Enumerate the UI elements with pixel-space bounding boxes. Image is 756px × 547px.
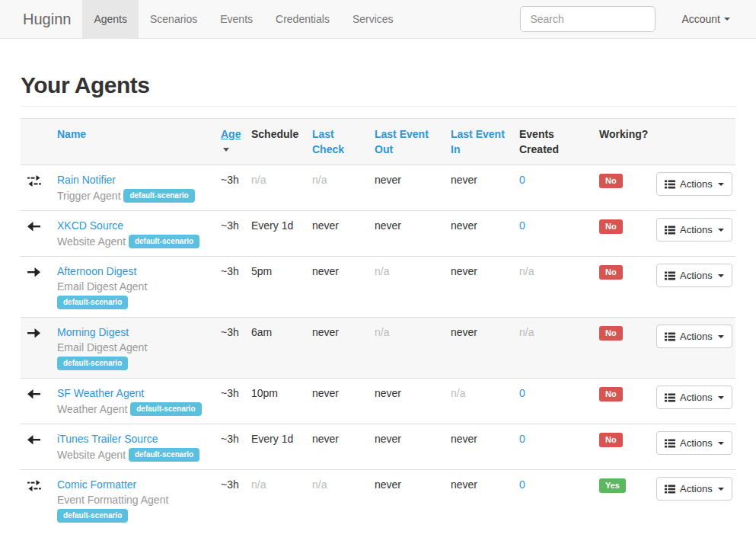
working-status-badge: No (599, 174, 623, 188)
bidirectional-arrows-icon (27, 175, 42, 187)
actions-dropdown-button[interactable]: Actions (656, 264, 732, 287)
header-last-event-in: Last Event In (445, 119, 513, 165)
agent-type-label: Email Digest Agent (57, 280, 147, 293)
events-created-cell[interactable]: 0 (513, 165, 593, 210)
chevron-down-icon (718, 442, 724, 445)
events-created-cell: n/a (513, 257, 593, 317)
actions-cell: Actions (650, 257, 735, 317)
agents-table: Name Age Schedule Last Check Last Event … (21, 118, 735, 530)
sort-link-last-event-in[interactable]: Last Event In (451, 128, 505, 155)
agent-name-link[interactable]: Afternoon Digest (57, 265, 136, 277)
last-event-in-cell: never (445, 257, 513, 317)
search-input[interactable] (520, 6, 656, 32)
age-cell: ~3h (215, 424, 245, 469)
agent-name-cell: XKCD Source Website Agent default-scenar… (51, 211, 215, 256)
agent-type-label: Website Agent (57, 449, 126, 461)
nav-item-credentials[interactable]: Credentials (264, 0, 341, 38)
agent-name-link[interactable]: Rain Notifier (57, 174, 116, 186)
nav-item-scenarios[interactable]: Scenarios (139, 0, 209, 38)
scenario-badge[interactable]: default-scenario (130, 402, 201, 416)
agent-name-link[interactable]: Morning Digest (57, 326, 129, 338)
header-schedule: Schedule (245, 119, 306, 165)
table-row: Rain Notifier Trigger Agent default-scen… (21, 165, 735, 211)
scenario-badge[interactable]: default-scenario (129, 235, 199, 248)
actions-button-label: Actions (680, 392, 713, 403)
header-icon-spacer (21, 119, 51, 165)
working-status-badge: No (599, 265, 623, 280)
actions-dropdown-button[interactable]: Actions (656, 431, 732, 455)
actions-cell: Actions (650, 470, 735, 530)
actions-cell: Actions (650, 424, 735, 469)
header-last-check: Last Check (306, 119, 368, 165)
last-check-cell: never (306, 257, 368, 317)
sort-link-last-event-out[interactable]: Last Event Out (375, 128, 429, 155)
divider (21, 106, 735, 107)
agent-name-cell: Rain Notifier Trigger Agent default-scen… (51, 165, 215, 210)
header-actions-spacer (650, 119, 735, 165)
events-created-cell[interactable]: 0 (513, 211, 593, 256)
agent-name-cell: SF Weather Agent Weather Agent default-s… (51, 379, 215, 424)
actions-dropdown-button[interactable]: Actions (656, 218, 732, 242)
account-menu[interactable]: Account (681, 13, 730, 25)
last-event-out-cell: n/a (368, 257, 445, 317)
agent-name-link[interactable]: SF Weather Agent (57, 387, 144, 399)
left-arrow-icon (27, 434, 41, 445)
scenario-badge[interactable]: default-scenario (129, 448, 199, 462)
age-cell: ~3h (215, 470, 245, 530)
sort-link-last-check[interactable]: Last Check (312, 128, 344, 155)
nav-item-services[interactable]: Services (341, 0, 405, 38)
agents-table-rows: Rain Notifier Trigger Agent default-scen… (21, 165, 735, 530)
last-event-out-cell: never (368, 470, 445, 530)
working-status-badge: No (599, 433, 623, 447)
actions-dropdown-button[interactable]: Actions (656, 385, 732, 409)
navbar-right: Account (520, 0, 756, 38)
scenario-badge[interactable]: default-scenario (57, 357, 128, 370)
scenario-badge[interactable]: default-scenario (123, 189, 194, 203)
agent-type-label: Weather Agent (57, 403, 127, 415)
schedule-cell: 5pm (245, 257, 306, 317)
actions-button-label: Actions (680, 270, 713, 281)
list-icon (665, 226, 675, 235)
list-icon (665, 332, 675, 341)
last-event-in-cell: never (445, 424, 513, 469)
sort-link-name[interactable]: Name (57, 128, 86, 140)
agent-type-label: Trigger Agent (57, 190, 121, 202)
agent-name-cell: iTunes Trailer Source Website Agent defa… (51, 424, 215, 469)
navbar: Huginn Agents Scenarios Events Credentia… (0, 0, 756, 39)
actions-cell: Actions (650, 165, 735, 210)
scenario-badge[interactable]: default-scenario (57, 296, 128, 309)
last-check-cell: n/a (306, 165, 368, 210)
actions-dropdown-button[interactable]: Actions (656, 172, 732, 196)
list-icon (665, 439, 675, 448)
agent-name-link[interactable]: Comic Formatter (57, 478, 136, 491)
age-cell: ~3h (215, 257, 245, 317)
actions-dropdown-button[interactable]: Actions (656, 477, 732, 501)
events-created-cell[interactable]: 0 (513, 424, 593, 469)
last-check-cell: never (306, 379, 368, 424)
events-created-cell[interactable]: 0 (513, 379, 593, 424)
nav-item-agents[interactable]: Agents (82, 0, 139, 38)
app-brand[interactable]: Huginn (0, 0, 82, 38)
agent-name-link[interactable]: iTunes Trailer Source (57, 433, 158, 445)
nav-item-events[interactable]: Events (209, 0, 264, 38)
actions-dropdown-button[interactable]: Actions (656, 325, 732, 348)
agent-type-label: Email Digest Agent (57, 341, 147, 353)
agent-name-link[interactable]: XKCD Source (57, 219, 123, 232)
scenario-badge[interactable]: default-scenario (57, 509, 128, 523)
account-label: Account (681, 13, 720, 25)
events-created-cell[interactable]: 0 (513, 470, 593, 530)
schedule-cell: 6am (245, 318, 306, 378)
direction-cell (21, 165, 51, 210)
sort-link-age[interactable]: Age (221, 128, 241, 140)
chevron-down-icon (718, 229, 724, 232)
age-cell: ~3h (215, 379, 245, 424)
table-row: Morning Digest Email Digest Agent defaul… (21, 318, 735, 379)
last-check-cell: n/a (306, 470, 368, 530)
age-cell: ~3h (215, 211, 245, 256)
table-row: XKCD Source Website Agent default-scenar… (21, 211, 735, 257)
working-status-badge: No (599, 326, 623, 341)
actions-button-label: Actions (680, 437, 713, 449)
direction-cell (21, 424, 51, 469)
agent-name-cell: Morning Digest Email Digest Agent defaul… (51, 318, 215, 378)
age-cell: ~3h (215, 318, 245, 378)
